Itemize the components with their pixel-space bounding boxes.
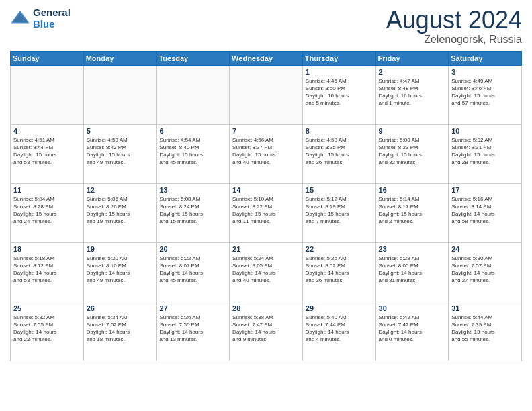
day-info: Sunrise: 5:24 AM Sunset: 8:05 PM Dayligh… xyxy=(232,255,300,285)
day-number: 30 xyxy=(379,304,446,312)
day-number: 29 xyxy=(306,304,373,312)
day-number: 21 xyxy=(232,245,300,253)
day-info: Sunrise: 5:18 AM Sunset: 8:12 PM Dayligh… xyxy=(13,255,81,285)
month-year: August 2024 xyxy=(386,7,522,34)
logo-blue-text: Blue xyxy=(33,18,71,30)
day-number: 25 xyxy=(13,304,81,312)
logo: General Blue xyxy=(10,7,71,30)
calendar-cell: 28Sunrise: 5:38 AM Sunset: 7:47 PM Dayli… xyxy=(230,302,303,361)
calendar-cell: 15Sunrise: 5:12 AM Sunset: 8:19 PM Dayli… xyxy=(302,183,375,242)
day-number: 3 xyxy=(451,68,519,76)
day-info: Sunrise: 5:38 AM Sunset: 7:47 PM Dayligh… xyxy=(232,314,300,344)
col-monday: Monday xyxy=(83,51,157,65)
calendar-cell: 12Sunrise: 5:06 AM Sunset: 8:26 PM Dayli… xyxy=(83,183,157,242)
calendar-cell: 27Sunrise: 5:36 AM Sunset: 7:50 PM Dayli… xyxy=(157,302,230,361)
day-info: Sunrise: 5:40 AM Sunset: 7:44 PM Dayligh… xyxy=(306,314,373,344)
calendar-cell: 30Sunrise: 5:42 AM Sunset: 7:42 PM Dayli… xyxy=(375,302,449,361)
col-saturday: Saturday xyxy=(449,51,522,65)
calendar-cell: 5Sunrise: 4:53 AM Sunset: 8:42 PM Daylig… xyxy=(83,124,157,183)
day-number: 12 xyxy=(87,186,154,194)
calendar-cell xyxy=(230,65,303,124)
day-number: 7 xyxy=(232,127,300,135)
day-number: 24 xyxy=(451,245,519,253)
day-info: Sunrise: 5:12 AM Sunset: 8:19 PM Dayligh… xyxy=(306,195,373,226)
day-info: Sunrise: 5:22 AM Sunset: 8:07 PM Dayligh… xyxy=(159,255,226,285)
calendar-week-4: 18Sunrise: 5:18 AM Sunset: 8:12 PM Dayli… xyxy=(11,242,522,302)
calendar-week-3: 11Sunrise: 5:04 AM Sunset: 8:28 PM Dayli… xyxy=(11,183,522,242)
calendar-cell: 11Sunrise: 5:04 AM Sunset: 8:28 PM Dayli… xyxy=(11,183,84,242)
calendar-cell xyxy=(157,65,230,124)
calendar-cell: 1Sunrise: 4:45 AM Sunset: 8:50 PM Daylig… xyxy=(302,65,375,124)
calendar-cell: 23Sunrise: 5:28 AM Sunset: 8:00 PM Dayli… xyxy=(375,242,449,302)
calendar-cell: 4Sunrise: 4:51 AM Sunset: 8:44 PM Daylig… xyxy=(11,124,84,183)
calendar-cell: 8Sunrise: 4:58 AM Sunset: 8:35 PM Daylig… xyxy=(302,124,375,183)
calendar-cell: 31Sunrise: 5:44 AM Sunset: 7:39 PM Dayli… xyxy=(449,302,522,361)
day-info: Sunrise: 5:30 AM Sunset: 7:57 PM Dayligh… xyxy=(451,255,519,285)
day-number: 27 xyxy=(159,304,226,312)
calendar-cell xyxy=(83,65,157,124)
day-number: 1 xyxy=(306,68,373,76)
day-number: 31 xyxy=(451,304,519,312)
calendar-cell xyxy=(11,65,84,124)
day-number: 14 xyxy=(232,186,300,194)
col-sunday: Sunday xyxy=(11,51,84,65)
logo-icon xyxy=(10,8,30,28)
calendar-cell: 22Sunrise: 5:26 AM Sunset: 8:02 PM Dayli… xyxy=(302,242,375,302)
calendar-cell: 25Sunrise: 5:32 AM Sunset: 7:55 PM Dayli… xyxy=(11,302,84,361)
calendar-cell: 16Sunrise: 5:14 AM Sunset: 8:17 PM Dayli… xyxy=(375,183,449,242)
calendar-cell: 29Sunrise: 5:40 AM Sunset: 7:44 PM Dayli… xyxy=(302,302,375,361)
day-number: 20 xyxy=(159,245,226,253)
day-info: Sunrise: 5:14 AM Sunset: 8:17 PM Dayligh… xyxy=(379,195,446,226)
day-info: Sunrise: 5:16 AM Sunset: 8:14 PM Dayligh… xyxy=(451,195,519,226)
day-info: Sunrise: 5:20 AM Sunset: 8:10 PM Dayligh… xyxy=(87,255,154,285)
day-info: Sunrise: 4:56 AM Sunset: 8:37 PM Dayligh… xyxy=(232,136,300,167)
day-info: Sunrise: 4:58 AM Sunset: 8:35 PM Dayligh… xyxy=(306,136,373,167)
location: Zelenogorsk, Russia xyxy=(386,34,522,46)
calendar-cell: 3Sunrise: 4:49 AM Sunset: 8:46 PM Daylig… xyxy=(449,65,522,124)
day-info: Sunrise: 4:51 AM Sunset: 8:44 PM Dayligh… xyxy=(13,136,81,167)
day-number: 28 xyxy=(232,304,300,312)
page: General Blue August 2024 Zelenogorsk, Ru… xyxy=(0,0,532,411)
day-info: Sunrise: 5:28 AM Sunset: 8:00 PM Dayligh… xyxy=(379,255,446,285)
col-wednesday: Wednesday xyxy=(230,51,303,65)
calendar-cell: 18Sunrise: 5:18 AM Sunset: 8:12 PM Dayli… xyxy=(11,242,84,302)
day-number: 2 xyxy=(379,68,446,76)
calendar-cell: 6Sunrise: 4:54 AM Sunset: 8:40 PM Daylig… xyxy=(157,124,230,183)
day-number: 18 xyxy=(13,245,81,253)
header: General Blue August 2024 Zelenogorsk, Ru… xyxy=(10,7,522,46)
day-info: Sunrise: 5:04 AM Sunset: 8:28 PM Dayligh… xyxy=(13,195,81,226)
calendar-week-2: 4Sunrise: 4:51 AM Sunset: 8:44 PM Daylig… xyxy=(11,124,522,183)
day-info: Sunrise: 4:53 AM Sunset: 8:42 PM Dayligh… xyxy=(87,136,154,167)
day-number: 19 xyxy=(87,245,154,253)
day-number: 11 xyxy=(13,186,81,194)
day-info: Sunrise: 5:06 AM Sunset: 8:26 PM Dayligh… xyxy=(87,195,154,226)
day-number: 4 xyxy=(13,127,81,135)
calendar-cell: 14Sunrise: 5:10 AM Sunset: 8:22 PM Dayli… xyxy=(230,183,303,242)
day-info: Sunrise: 5:00 AM Sunset: 8:33 PM Dayligh… xyxy=(379,136,446,167)
calendar-cell: 21Sunrise: 5:24 AM Sunset: 8:05 PM Dayli… xyxy=(230,242,303,302)
col-tuesday: Tuesday xyxy=(157,51,230,65)
day-number: 22 xyxy=(306,245,373,253)
col-thursday: Thursday xyxy=(302,51,375,65)
day-info: Sunrise: 5:44 AM Sunset: 7:39 PM Dayligh… xyxy=(451,314,519,344)
day-number: 23 xyxy=(379,245,446,253)
day-number: 8 xyxy=(306,127,373,135)
calendar-week-1: 1Sunrise: 4:45 AM Sunset: 8:50 PM Daylig… xyxy=(11,65,522,124)
day-info: Sunrise: 5:42 AM Sunset: 7:42 PM Dayligh… xyxy=(379,314,446,344)
day-number: 10 xyxy=(451,127,519,135)
calendar-cell: 2Sunrise: 4:47 AM Sunset: 8:48 PM Daylig… xyxy=(375,65,449,124)
day-info: Sunrise: 4:45 AM Sunset: 8:50 PM Dayligh… xyxy=(306,77,373,107)
calendar: Sunday Monday Tuesday Wednesday Thursday… xyxy=(10,51,522,361)
day-info: Sunrise: 4:49 AM Sunset: 8:46 PM Dayligh… xyxy=(451,77,519,107)
calendar-cell: 24Sunrise: 5:30 AM Sunset: 7:57 PM Dayli… xyxy=(449,242,522,302)
day-number: 17 xyxy=(451,186,519,194)
day-info: Sunrise: 5:26 AM Sunset: 8:02 PM Dayligh… xyxy=(306,255,373,285)
day-number: 15 xyxy=(306,186,373,194)
day-number: 5 xyxy=(87,127,154,135)
day-info: Sunrise: 5:10 AM Sunset: 8:22 PM Dayligh… xyxy=(232,195,300,226)
day-info: Sunrise: 5:02 AM Sunset: 8:31 PM Dayligh… xyxy=(451,136,519,167)
day-number: 16 xyxy=(379,186,446,194)
calendar-cell: 13Sunrise: 5:08 AM Sunset: 8:24 PM Dayli… xyxy=(157,183,230,242)
day-number: 26 xyxy=(87,304,154,312)
day-info: Sunrise: 5:32 AM Sunset: 7:55 PM Dayligh… xyxy=(13,314,81,344)
